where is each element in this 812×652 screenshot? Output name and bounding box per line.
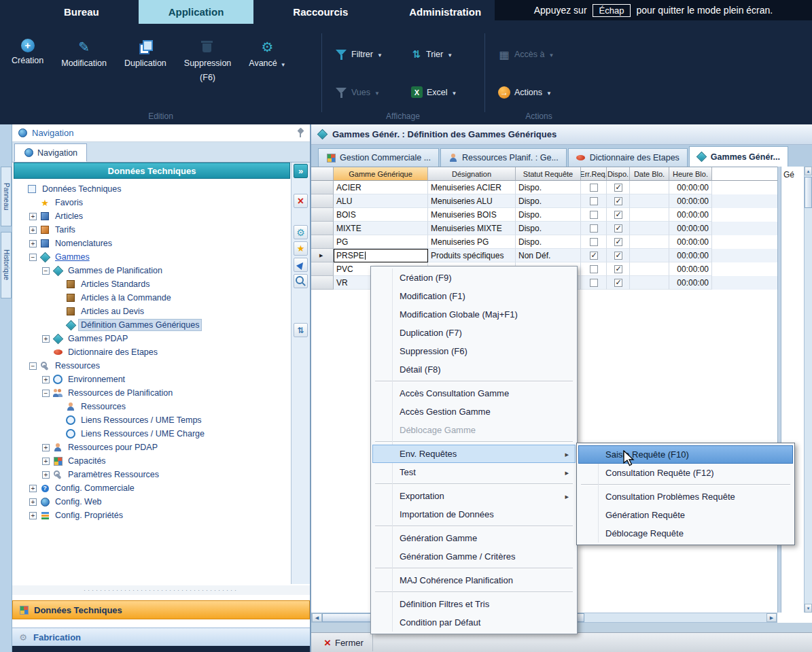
column-header-gamme-generique[interactable]: Gamme Générique xyxy=(334,167,428,181)
cell-designation[interactable]: Menuiseries ALU xyxy=(428,194,516,208)
row-selector[interactable] xyxy=(311,181,334,194)
sort-az-icon[interactable] xyxy=(294,323,308,337)
vertical-scrollbar[interactable] xyxy=(804,167,812,613)
cell-dispo[interactable] xyxy=(607,249,630,262)
tree-expander-icon[interactable]: − xyxy=(42,390,50,397)
tree-item-favoris[interactable]: Favoris xyxy=(12,196,290,209)
cell-designation[interactable]: Menuiseries BOIS xyxy=(428,208,516,222)
chevron-down-icon[interactable] xyxy=(377,50,383,59)
tree-expander-icon[interactable]: − xyxy=(29,362,37,370)
tree-expander-icon[interactable]: + xyxy=(42,458,50,465)
top-tab-application[interactable]: Application xyxy=(139,0,254,24)
checkbox-err-req[interactable] xyxy=(590,265,598,273)
favorites-icon[interactable] xyxy=(294,241,308,256)
tab-gestion-commerciale[interactable]: Gestion Commerciale ... xyxy=(318,148,439,167)
top-tab-raccourcis[interactable]: Raccourcis xyxy=(271,0,370,24)
cell-date-blo[interactable] xyxy=(630,235,669,249)
table-row-alu[interactable]: ALUMenuiseries ALUDispo.00:00:00 xyxy=(311,194,777,208)
cell-designation[interactable]: Produits spécifiques xyxy=(428,249,516,262)
splitter-handle[interactable] xyxy=(12,585,310,595)
cell-heure-blo[interactable]: 00:00:00 xyxy=(669,235,712,249)
tree-expander-icon[interactable]: + xyxy=(42,376,50,383)
cell-err-req[interactable] xyxy=(581,235,607,249)
checkbox-dispo[interactable] xyxy=(614,252,622,260)
checkbox-err-req[interactable] xyxy=(590,279,598,287)
context-menu-item-suppression-f6[interactable]: Suppression (F6) xyxy=(372,342,576,360)
tree-expander-icon[interactable]: + xyxy=(29,498,37,506)
cell-dispo[interactable] xyxy=(607,235,630,249)
cell-date-blo[interactable] xyxy=(630,194,669,208)
excel-button[interactable]: Excel xyxy=(411,86,457,98)
tree-expander-icon[interactable]: + xyxy=(29,512,37,519)
scroll-right-icon[interactable] xyxy=(766,613,777,622)
context-menu-item-importation-de-donnees[interactable]: Importation de Données xyxy=(372,505,576,524)
context-menu-item-env-requetes[interactable]: Env. Requêtes xyxy=(372,445,576,463)
tree-item-config-proprietes[interactable]: +Config. Propriétés xyxy=(12,509,290,522)
chevron-down-icon[interactable] xyxy=(447,50,453,59)
cell-statut-requete[interactable]: Dispo. xyxy=(516,222,581,235)
cell-date-blo[interactable] xyxy=(630,262,669,276)
checkbox-err-req[interactable] xyxy=(590,238,598,246)
checkbox-dispo[interactable] xyxy=(614,238,622,246)
context-menu-item-modification-globale-maj-f1[interactable]: Modification Globale (Maj+F1) xyxy=(372,305,576,324)
chevron-down-icon[interactable] xyxy=(546,88,552,97)
sidebar-section-fabrication[interactable]: Fabrication xyxy=(12,628,310,646)
cell-date-blo[interactable] xyxy=(630,208,669,222)
cell-dispo[interactable] xyxy=(607,194,630,208)
column-header-dispo[interactable]: Dispo. xyxy=(607,167,630,181)
tree-item-environnement[interactable]: +Environnement xyxy=(12,373,290,386)
tab-ressources-planif-ge[interactable]: Ressources Planif. : Ge... xyxy=(440,148,567,167)
trier-button[interactable]: Trier xyxy=(411,48,453,61)
tree-expander-icon[interactable]: + xyxy=(29,226,37,234)
cell-err-req[interactable] xyxy=(581,208,607,222)
cell-dispo[interactable] xyxy=(607,276,630,290)
cell-gamme[interactable]: MIXTE xyxy=(334,222,428,235)
tree-item-gammes-de-planification[interactable]: −Gammes de Planification xyxy=(12,264,290,277)
cell-dispo[interactable] xyxy=(607,222,630,235)
cell-err-req[interactable] xyxy=(581,222,607,235)
submenu-item-consultation-requete-f12[interactable]: Consultation Requête (F12) xyxy=(578,464,793,482)
dock-tab-historique[interactable]: Historique xyxy=(1,232,12,298)
avance-button[interactable]: Avancé xyxy=(240,39,294,69)
cell-date-blo[interactable] xyxy=(630,222,669,235)
context-menu-item-condition-par-defaut[interactable]: Condition par Défaut xyxy=(372,613,576,632)
checkbox-dispo[interactable] xyxy=(614,279,622,287)
cell-gamme[interactable]: PG xyxy=(334,235,428,249)
tree-item-ressources[interactable]: −Ressources xyxy=(12,359,290,373)
top-tab-bureau[interactable]: Bureau xyxy=(42,0,121,24)
row-selector[interactable] xyxy=(311,235,334,249)
context-menu-item-deblocage-gamme[interactable]: Déblocage Gamme xyxy=(372,421,576,439)
checkbox-err-req[interactable] xyxy=(590,211,598,219)
table-row-pg[interactable]: PGMenuiseries PGDispo.00:00:00 xyxy=(311,235,777,249)
cell-heure-blo[interactable]: 00:00:00 xyxy=(669,208,712,222)
cell-err-req[interactable] xyxy=(581,249,607,262)
context-menu-item-generation-gamme-criteres[interactable]: Génération Gamme / Critères xyxy=(372,547,576,566)
column-header-date-blo[interactable]: Date Blo. xyxy=(630,167,669,181)
cell-heure-blo[interactable]: 00:00:00 xyxy=(669,249,712,262)
cell-gamme[interactable]: ALU xyxy=(334,194,428,208)
tree-item-gammes[interactable]: −Gammes xyxy=(12,250,290,264)
tree-item-dictionnaire-des-etapes[interactable]: Dictionnaire des Etapes xyxy=(12,345,290,359)
pin-icon[interactable] xyxy=(296,128,304,138)
collapse-panel-button[interactable] xyxy=(294,164,308,178)
tab-gammes-gener[interactable]: Gammes Génér... xyxy=(689,146,788,167)
checkbox-dispo[interactable] xyxy=(614,224,622,233)
tree-expander-icon[interactable]: − xyxy=(42,267,50,275)
submenu-item-consultation-problemes-requete[interactable]: Consultation Problèmes Requête xyxy=(578,487,793,506)
checkbox-err-req[interactable] xyxy=(590,197,598,205)
sidebar-section-donnees-techniques[interactable]: Données Techniques xyxy=(12,600,310,619)
context-menu-item-detail-f8[interactable]: Détail (F8) xyxy=(372,360,576,379)
close-red-icon[interactable] xyxy=(294,194,308,208)
chevron-down-icon[interactable] xyxy=(452,88,457,97)
tree-item-config-web[interactable]: +Config. Web xyxy=(12,495,290,509)
tree-item-capacites[interactable]: +Capacités xyxy=(12,454,290,468)
cell-statut-requete[interactable]: Non Déf. xyxy=(516,249,581,262)
actions-button[interactable]: Actions xyxy=(498,86,552,99)
tree-item-ressources[interactable]: Ressources xyxy=(12,400,290,413)
tree-item-gammes-pdap[interactable]: +Gammes PDAP xyxy=(12,332,290,345)
cell-designation[interactable]: Menuiseries ACIER xyxy=(428,181,516,194)
checkbox-err-req[interactable] xyxy=(590,252,598,260)
column-header-err-req[interactable]: Err.Req. xyxy=(581,167,607,181)
tree-expander-icon[interactable]: + xyxy=(29,485,37,492)
tree-item-nomenclatures[interactable]: +Nomenclatures xyxy=(12,237,290,250)
